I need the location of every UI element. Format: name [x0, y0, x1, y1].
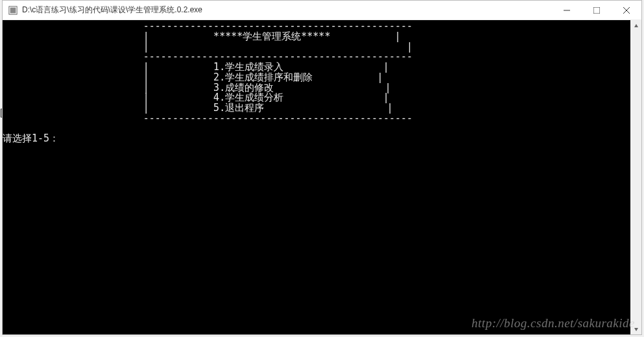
- svg-marker-7: [634, 328, 638, 331]
- close-button[interactable]: [612, 1, 641, 20]
- app-icon: [8, 5, 18, 16]
- maximize-button[interactable]: [582, 1, 612, 20]
- app-window: D:\c语言练习\练习的代码\课设\学生管理系统.0.2.exe -------…: [2, 0, 642, 335]
- console-output[interactable]: ----------------------------------------…: [3, 20, 630, 334]
- window-title: D:\c语言练习\练习的代码\课设\学生管理系统.0.2.exe: [22, 5, 552, 16]
- title-bar: D:\c语言练习\练习的代码\课设\学生管理系统.0.2.exe: [3, 1, 641, 20]
- minimize-button[interactable]: [552, 1, 582, 20]
- console-container: ----------------------------------------…: [3, 20, 641, 334]
- svg-rect-1: [10, 7, 16, 13]
- window-controls: [552, 1, 641, 20]
- scroll-up-arrow[interactable]: [630, 20, 641, 31]
- scroll-down-arrow[interactable]: [630, 323, 641, 334]
- vertical-scrollbar[interactable]: [630, 20, 641, 334]
- svg-rect-3: [593, 7, 600, 14]
- svg-marker-6: [634, 24, 638, 27]
